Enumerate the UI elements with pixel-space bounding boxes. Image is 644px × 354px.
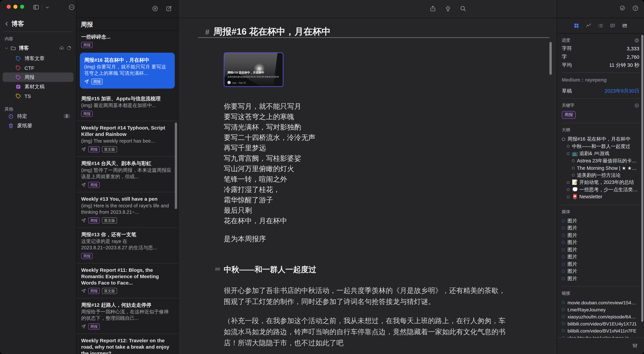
poem-block: 你要写月，就不能只写月要写这苍穹之上的寒魄写清光满杯，写对影独酌要写二十四桥流水… — [224, 101, 557, 226]
list-item[interactable]: 一些碎碎念... 周报 — [76, 31, 178, 51]
filter-sliders-icon[interactable] — [632, 342, 638, 349]
media-bullet-icon — [562, 219, 565, 222]
compose-new-sheet-icon[interactable] — [166, 5, 172, 12]
tab-progress-icon[interactable] — [586, 23, 591, 29]
chevron-down-icon[interactable] — [45, 5, 50, 10]
more-options-icon[interactable] — [68, 4, 75, 11]
list-item[interactable]: Weekly #13 You, still have a pen (img) H… — [76, 192, 178, 227]
outline-item[interactable]: 📮 Newsletter — [562, 193, 639, 200]
body-paragraphs: 很开心参加了吾非书店的中秋活动，一起共度季羡林的《月是故乡明》，还有精美的茶歇，… — [224, 285, 512, 354]
stat-label: 字符 — [562, 45, 572, 52]
sidebar-item-博客文章[interactable]: 博客文章 — [3, 54, 74, 63]
outline-item[interactable]: 📝 开始动笔，2023年的总结 — [562, 179, 639, 186]
publish-icon[interactable] — [445, 5, 451, 12]
image-card-meta: raye – Sep 30 — [228, 81, 246, 84]
outline-item[interactable]: The Morning Show | ★ ★… — [562, 164, 639, 172]
tab-media-icon[interactable] — [622, 23, 628, 29]
list-item[interactable]: Weekly Report #14 Typhoon, Script Killer… — [76, 121, 178, 156]
link-item-label: xiaoyuzhoufm.com/episode/64… — [568, 314, 636, 319]
media-item[interactable]: 图片 — [562, 253, 639, 260]
sidebar-item-label: 博客文章 — [24, 55, 44, 62]
tag-chip: 英文版 — [102, 288, 117, 294]
media-item[interactable]: 图片 — [562, 217, 639, 224]
outline-item-label: 💭 一些思考，少一点生活类… — [572, 187, 638, 193]
list-item[interactable]: 周报#16 花在杯中，月在杯中 (img) 你要写月，就不能只写月 要写这苍穹之… — [80, 53, 175, 89]
dashboard-gauge-icon[interactable] — [632, 5, 639, 12]
link-item[interactable]: xiaoyuzhoufm.com/episode/64… — [562, 313, 639, 320]
keyword-chip[interactable]: 周报 — [562, 111, 576, 119]
goal-target-icon[interactable] — [634, 38, 639, 43]
draft-date-link[interactable]: 2023年9月30日 — [604, 88, 639, 94]
proofread-seal-icon[interactable] — [619, 5, 626, 12]
tab-overview-grid-icon[interactable] — [574, 23, 579, 29]
media-item-label: 图片 — [568, 268, 577, 275]
sidebar-title: 博客 — [12, 20, 24, 28]
link-item[interactable]: t.me/RayeJourney — [562, 306, 639, 313]
outline-item[interactable]: 周报#16 花在杯中，月在杯中 — [562, 136, 639, 143]
sidebar-item-TS[interactable]: TS — [3, 91, 74, 101]
avatar — [228, 81, 231, 84]
poem-line: 笔锋一转，喧闹之外 — [224, 174, 557, 184]
outline-item[interactable]: 💭 一些思考，少一点生活类… — [562, 186, 639, 193]
close-window-button[interactable] — [7, 5, 11, 9]
sidebar-back-header[interactable]: 博客 — [4, 20, 24, 28]
toggle-sidebar-icon[interactable] — [33, 4, 39, 11]
filter-list-icon[interactable] — [152, 5, 158, 12]
list-item-title: Weekly Report #12: Traveler on the road,… — [81, 337, 174, 354]
sidebar-folder-row[interactable]: 博客 — [0, 44, 76, 52]
link-bullet-icon — [562, 308, 565, 311]
outline-bullet-icon — [567, 188, 570, 191]
list-item[interactable]: 周报#12 赶路人，何妨走走停停 周报给予一我种心流，在这种近似于修禅的状态下，… — [76, 298, 178, 333]
tab-annotations-icon[interactable] — [610, 23, 616, 29]
sidebar-item-周报[interactable]: 周报 — [3, 73, 74, 82]
link-item[interactable]: movie.douban.com/review/154… — [562, 299, 639, 306]
image-card-subtitle: 这里记录的是raye在2023.09.25~2023.09.30的生活与思考 — [228, 76, 279, 79]
media-bullet-icon — [562, 270, 565, 273]
share-icon[interactable] — [430, 5, 436, 12]
link-item[interactable]: xlog.htcube.top/volar-types-is… — [562, 334, 639, 337]
list-scrollbar[interactable] — [175, 123, 177, 209]
list-item[interactable]: 周报#15 加班、Apptv与信息流梳理 (img) 最近两周基本都是在加班中.… — [76, 92, 178, 121]
sidebar-item-CTF[interactable]: CTF — [3, 63, 74, 73]
minimize-window-button[interactable] — [14, 5, 18, 9]
embedded-image-card[interactable]: 周报#16 花在杯中，月在杯中 这里记录的是raye在2023.09.25~20… — [224, 52, 284, 87]
search-icon[interactable] — [460, 5, 466, 12]
media-item[interactable]: 图片 — [562, 260, 639, 268]
editor-scrollbar[interactable] — [550, 42, 552, 75]
outline-bullet-icon — [572, 160, 574, 162]
sidebar-item-废纸篓[interactable]: 废纸篓 — [3, 121, 74, 130]
paper-plane-icon — [81, 218, 86, 223]
poem-line: 最后只剩 — [224, 205, 557, 215]
progress-section-label: 进度 — [562, 38, 570, 43]
list-item-preview: (img) The weekly report has bee... — [81, 138, 174, 144]
list-item[interactable]: Weekly Report #12: Traveler on the road,… — [76, 333, 178, 354]
outline-item[interactable]: 追美剧的一些方法论 — [562, 172, 639, 179]
tab-outline-icon[interactable] — [598, 23, 604, 29]
tag-icon — [16, 56, 21, 61]
list-item-title: 一些碎碎念... — [81, 34, 174, 40]
media-item[interactable]: 图片 — [562, 224, 639, 232]
editor-body[interactable]: #周报#16 花在杯中，月在杯中 周报#16 花在杯中，月在杯中 这里记录的是r… — [178, 18, 557, 354]
inspector-scrollbar[interactable] — [641, 35, 643, 322]
outline-item[interactable]: 📺 追剧& 🎮游戏 — [562, 150, 639, 157]
outline-item[interactable]: Astrea 23年最值得玩的卡… — [562, 157, 639, 164]
media-item[interactable]: 图片 — [562, 246, 639, 253]
image-card-byline: raye – Sep 30 — [232, 81, 246, 84]
outline-item[interactable]: 中秋——和一群人一起度过 — [562, 143, 639, 150]
media-item[interactable]: 图片 — [562, 239, 639, 246]
zoom-window-button[interactable] — [20, 5, 24, 9]
link-item[interactable]: bilibili.com/video/BV1vN411n7FE — [562, 327, 639, 334]
media-item[interactable]: 图片 — [562, 232, 639, 239]
add-keyword-icon[interactable] — [634, 103, 639, 108]
list-item[interactable]: Weekly Report #11: Blogs, the Romantic E… — [76, 263, 178, 298]
media-item[interactable]: 图片 — [562, 275, 639, 282]
list-item[interactable]: 周报#13 你，还有一支笔 这里记录的是 raye 在 2023.8.21~20… — [76, 227, 178, 263]
media-item[interactable]: 图片 — [562, 268, 639, 275]
sidebar-item-素材文稿[interactable]: 素材文稿 — [3, 82, 74, 91]
link-item[interactable]: bilibili.com/video/BV1EU4y1X7J1 — [562, 320, 639, 327]
list-item[interactable]: 周报#14 台风天、剧本杀与彩虹 (img) 暂停了一周的周报，本来这篇周报应该… — [76, 156, 178, 192]
poem-line: 写清光满杯，写对影独酌 — [224, 122, 557, 132]
disclosure-chevron-icon[interactable] — [5, 46, 8, 50]
tag-chip: 周报 — [88, 146, 100, 152]
sidebar-item-待定[interactable]: 待定 2 — [3, 111, 74, 121]
